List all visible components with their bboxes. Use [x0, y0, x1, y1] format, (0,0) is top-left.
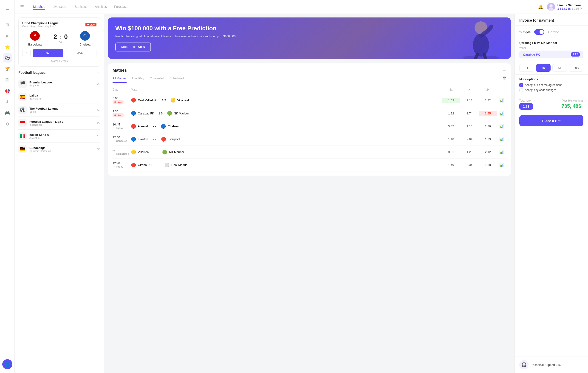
away-team-info: C Chelsea [79, 30, 91, 46]
gamepad-icon[interactable]: 🎮 [3, 108, 12, 118]
row2-odds-2x[interactable]: 2.55 [479, 111, 497, 116]
trophy-icon[interactable]: 🏆 [3, 64, 12, 74]
row4-away-badge: 🔴 [161, 137, 166, 142]
amount-1-button[interactable]: 1$ [519, 64, 534, 72]
row4-chart-icon[interactable]: 📊 [497, 137, 506, 141]
row2-odds-1x[interactable]: 1.22 [442, 111, 460, 116]
tab-forecasts[interactable]: Forecasts [114, 4, 128, 10]
toggle-knob [540, 30, 544, 34]
row6-odds-x[interactable]: 2.34 [460, 162, 479, 168]
simple-combo-toggle[interactable] [534, 29, 544, 35]
clipboard-icon[interactable]: 📋 [3, 75, 12, 85]
tab-completed[interactable]: Completed [149, 76, 164, 83]
tab-livescore[interactable]: Live score [52, 4, 67, 10]
star-icon[interactable]: ⭐ [3, 42, 12, 52]
row4-odds-1x[interactable]: 1.48 [442, 137, 460, 142]
video-icon[interactable]: ▶ [3, 31, 12, 41]
grid-icon[interactable]: ⊞ [3, 20, 12, 29]
row6-away-name: Real Madrid [171, 163, 188, 167]
row6-chart-icon[interactable]: 📊 [497, 163, 506, 167]
league-item-football-league[interactable]: ⚽ The Football League Spain 52 [18, 103, 100, 117]
row3-odds-x[interactable]: 1.10 [460, 124, 479, 129]
row4-odds-x[interactable]: 2.84 [460, 137, 479, 142]
row1-odds-1x[interactable]: 1.63 [442, 98, 460, 103]
row3-away-name: Chelsea [168, 125, 179, 128]
download-icon[interactable]: ⬇ [3, 97, 12, 107]
favorite-button[interactable]: ☆ [22, 49, 31, 57]
row5-away-name: NK Maribor [169, 150, 184, 154]
row3-chart-icon[interactable]: 📊 [497, 124, 506, 128]
winner-team-button[interactable]: Qarabag FK 1.22 [519, 51, 583, 58]
amount-20-button[interactable]: 20$ [569, 64, 583, 72]
avatar[interactable] [547, 3, 555, 11]
row4-away-name: Liverpool [168, 138, 180, 141]
match-details-link[interactable]: Match Details [22, 60, 96, 63]
row5-score: - - [151, 150, 160, 154]
league-item-bundesliga[interactable]: 🇩🇪 Bundesliga Borussia Dortmund 34 [18, 143, 100, 156]
row5-odds-2x[interactable]: 2.12 [479, 149, 497, 155]
leagues-title: Football leagues [18, 71, 45, 75]
league-item-seria-a[interactable]: 🇮🇹 Italian Seria A Juventus 16 [18, 130, 100, 143]
league-item-laliga[interactable]: 🇪🇸 Laliga Barcelona 13 [18, 90, 100, 103]
match-actions: ☆ Bet Watch [22, 49, 96, 57]
row5-odds-x[interactable]: 1.26 [460, 149, 479, 155]
content-area: UEFA Champions League Group stage · Matc… [15, 14, 588, 373]
match-time: 36' [53, 41, 68, 44]
table-header-row: Date Match 1x X 2x [113, 87, 506, 93]
row4-score: - - [150, 138, 159, 141]
col-2x: 2x [479, 88, 497, 91]
row1-teams: 🔴 Real Valladolid 3 2 🟡 Villarreal [131, 98, 442, 103]
row2-time: 9:30 Live [113, 110, 131, 117]
totals-section: Total rate 1.22 Possible winnings 735, 4… [515, 96, 588, 115]
liga3-info: Football League - Liga 3 Indonesian [29, 120, 94, 126]
row5-chart-icon[interactable]: 📊 [497, 150, 506, 154]
away-team-name: Chelsea [79, 43, 91, 46]
checkbox-rules[interactable]: ✓ [519, 83, 523, 87]
row3-odds-2x[interactable]: 1.86 [479, 124, 497, 129]
menu-icon[interactable]: ☰ [3, 4, 12, 13]
svg-text:C: C [83, 33, 87, 38]
calendar-icon[interactable]: 📅 [503, 76, 506, 83]
liga3-badge: 🇮🇩 [18, 119, 27, 127]
row3-score: - - [150, 125, 159, 128]
tab-all-matches[interactable]: All Mathes [113, 76, 126, 83]
row6-odds-2x[interactable]: 1.88 [479, 162, 497, 168]
row4-odds-2x[interactable]: 1.73 [479, 137, 497, 142]
amount-5-button[interactable]: 5$ [552, 64, 567, 72]
tab-live-play[interactable]: Live Play [132, 76, 144, 83]
matches-tabs-row: All Mathes Live Play Completed Scheduled… [113, 76, 506, 83]
tab-analytics[interactable]: Analitics [95, 4, 107, 10]
row2-odds-x[interactable]: 1.74 [460, 111, 479, 116]
watch-button[interactable]: Watch [66, 49, 97, 57]
winner-team-name: Qarabag FK [523, 53, 540, 56]
tab-matches[interactable]: Matches [33, 4, 45, 10]
hamburger-icon[interactable]: ☰ [20, 4, 24, 10]
profile-icon[interactable]: 👤 [2, 359, 12, 369]
checkbox-odds[interactable] [519, 88, 523, 92]
tab-statistics[interactable]: Statistics [75, 4, 87, 10]
target-icon[interactable]: 🎯 [3, 86, 12, 96]
matches-more-icon[interactable]: ··· [503, 68, 506, 73]
left-panel: UEFA Champions League Group stage · Matc… [15, 14, 104, 373]
row6-odds-1x[interactable]: 1.49 [442, 162, 460, 168]
amount-section: 1$ 2$ 5$ 20$ [515, 61, 588, 75]
football-league-badge: ⚽ [18, 106, 27, 114]
place-bet-button[interactable]: Place a Bet [519, 115, 583, 126]
row2-chart-icon[interactable]: 📊 [497, 111, 506, 116]
row1-odds-2x[interactable]: 1.82 [479, 98, 497, 103]
league-item-premier[interactable]: 🏴 Premier League England 29 [18, 77, 100, 90]
amount-2-button[interactable]: 2$ [536, 64, 551, 72]
bet-button[interactable]: Bet [33, 49, 63, 57]
soccer-icon[interactable]: ⚽ [3, 53, 12, 63]
row3-odds-1x[interactable]: 5.37 [442, 124, 460, 129]
tab-scheduled[interactable]: Scheduled [169, 76, 184, 83]
headset-icon: 🎧 [519, 360, 528, 369]
row1-odds-x[interactable]: 2.13 [460, 98, 479, 103]
row5-odds-1x[interactable]: 3.61 [442, 149, 460, 155]
settings-icon[interactable]: ⚙ [3, 119, 12, 129]
leagues-more-icon[interactable]: ··· [97, 70, 100, 75]
league-item-liga3[interactable]: 🇮🇩 Football League - Liga 3 Indonesian 2… [18, 117, 100, 130]
banner-more-details-button[interactable]: MORE DETAILS [115, 43, 151, 52]
notification-bell-icon[interactable]: 🔔 [538, 4, 543, 10]
row1-chart-icon[interactable]: 📊 [497, 98, 506, 103]
